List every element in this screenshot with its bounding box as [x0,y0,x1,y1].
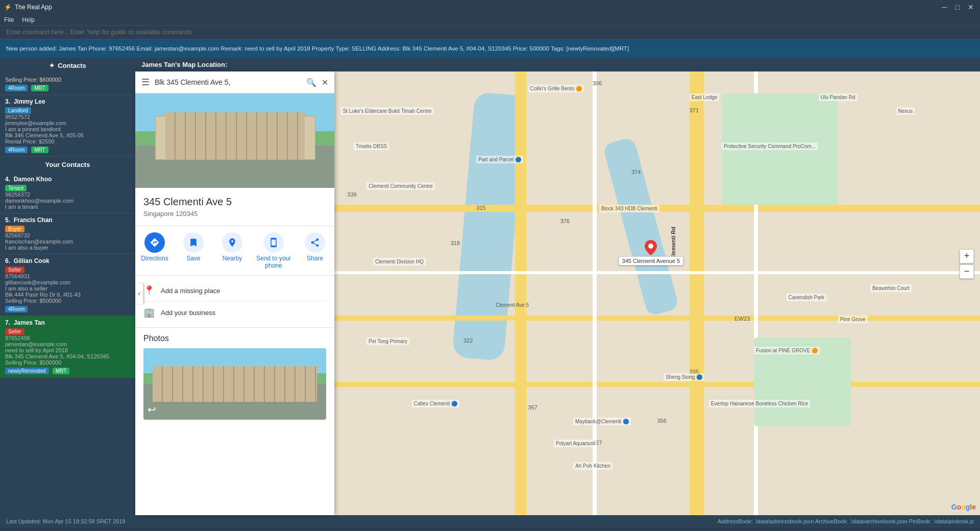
contact-price-gillian: Selling Price: $500000 [5,298,130,304]
contact-item-jimmy[interactable]: 3. Jimmy Lee Landlord 95527572 jimmylee@… [0,95,135,157]
badge-seller-james: Seller [5,328,24,335]
label-nexus: Nexus [896,107,915,115]
menu-file[interactable]: File [4,16,14,23]
contact-phone-francis: 82569732 [5,232,130,238]
tag-mrt-james: MRT [53,368,69,374]
label-318: 318 [451,240,460,246]
map-controls: + − [960,249,974,279]
thin-road-h1 [334,271,980,274]
google-logo: Google [951,503,976,511]
menu-help[interactable]: Help [22,16,35,23]
photos-title: Photos [143,334,326,343]
photos-thumbnail[interactable]: ↩ [143,348,326,420]
contact-item-damon[interactable]: 4. Damon Khoo Tenant 98256372 damonkhoo@… [0,173,135,213]
maps-close-icon[interactable]: ✕ [322,78,328,87]
label-357: 357 [528,404,537,411]
label-sheng-siong: Sheng Siong 🔵 [664,373,704,381]
map-container: ☰ 🔍 ✕ ‹ 345 Clementi Ave 5 Singapore 120… [135,71,980,515]
place-name: 345 Clementi Ave 5 [143,196,326,208]
action-nearby[interactable]: Nearby [217,232,248,269]
tag-4room-gillian: 4Room [5,306,28,312]
contact-name-francis: 5. Francis Chan [5,216,130,224]
collapse-chevron-icon: ‹ [138,290,140,297]
hamburger-icon[interactable]: ☰ [141,77,150,88]
label-clementi-community: Clementi Community Centre [366,182,435,190]
map-marker-clementi: 345 Clementi Avenue 5 [619,240,684,266]
badge-buyer-francis: Buyer [5,226,24,232]
label-hdb-clementi: Block 343 HDB Clementi [599,205,659,212]
label-st-lukes: St Luke's Eldercare Bukit Timah Centre [341,107,434,115]
action-directions[interactable]: Directions [139,232,170,269]
status-right: AddressBook: .\data\addressbook.json Arc… [718,518,974,524]
contact-address-gillian: Blk 444 Pasir Ris Dr 6, #01-43 [5,292,130,298]
maximize-button[interactable]: □ [953,3,962,11]
directions-label: Directions [141,255,168,262]
maps-place-info: 345 Clementi Ave 5 Singapore 120345 [135,188,334,226]
save-icon [183,232,204,253]
maps-extra-actions: 📍 Add a missing place 🏢 Add your busines… [135,276,334,328]
label-part-parcel: Part and Parcel 🔵 [476,156,523,163]
road-h3 [334,382,980,387]
zoom-out-button[interactable]: − [960,264,974,279]
label-306: 306 [593,80,602,86]
maps-search-input[interactable] [155,78,301,86]
photo-arrow-icon[interactable]: ↩ [148,403,156,416]
status-left: Last Updated: Mon Apr 15 18:32:58 SRET 2… [6,518,125,524]
command-area [0,26,980,39]
contact-phone-damon: 98256372 [5,191,130,198]
extra-action-add-business[interactable]: 🏢 Add your business [143,302,326,323]
action-send[interactable]: Send to your phone [256,232,291,269]
map-water-body2 [602,137,679,317]
label-374: 374 [631,169,641,175]
maps-place-photo[interactable] [135,93,334,188]
label-collin-grille: Collin's Grille Bento 🟠 [528,85,584,92]
label-ew23: EW23 [734,316,750,322]
maps-sidebar: ☰ 🔍 ✕ ‹ 345 Clementi Ave 5 Singapore 120… [135,71,334,515]
road-v2 [515,71,526,515]
contact-email-francis: francischan@example.com [5,238,130,245]
extra-action-add-place[interactable]: 📍 Add a missing place [143,280,326,302]
contact-item-francis[interactable]: 5. Francis Chan Buyer 82569732 francisch… [0,213,135,254]
label-ulu-pandan: Ulu Pandan Rd [819,93,857,101]
command-input[interactable] [6,29,974,36]
photo-thumbnail-bg [143,348,326,420]
action-share[interactable]: Share [300,232,330,269]
contact-remark-jimmy: I am a pinned landlord [5,126,130,132]
nearby-icon [222,232,242,253]
titlebar: ⚡ The Real App ─ □ ✕ [0,0,980,14]
add-place-icon: 📍 [143,285,155,296]
title-left: ⚡ The Real App [4,4,52,11]
title-controls: ─ □ ✕ [940,3,976,11]
label-polyart: Polyart Aquarium [554,440,597,447]
add-business-label: Add your business [161,309,215,317]
zoom-in-button[interactable]: + [960,249,974,263]
your-contacts-label: Your Contacts [45,161,90,168]
label-trivelis: Trivelis DBSS [354,142,389,150]
contact-remark-francis: I am also a buyer [5,245,130,251]
map-view[interactable]: 306 371 374 315 318 376 339 322 335 357 … [334,71,980,515]
share-label: Share [307,255,323,262]
menubar: File Help [0,14,980,26]
road-h2 [334,316,980,321]
minimize-button[interactable]: ─ [940,3,949,11]
action-save[interactable]: Save [178,232,209,269]
contact-remark-gillian: I am also a seller [5,285,130,292]
contact-item-gillian[interactable]: 6. Gillian Cook Seller 87564931 gillianc… [0,254,135,316]
contact-item-james[interactable]: 7. James Tan Seller 97652456 jamestan@ex… [0,316,135,378]
label-caltex: Caltex Clementi 🔵 [412,400,459,407]
label-cavendish: Cavendish Park [787,294,827,301]
contact-address-jimmy: Blk 346 Clementi Ave 5, #05-05 [5,132,130,138]
statusbar: Last Updated: Mon Apr 15 18:32:58 SRET 2… [0,515,980,527]
contacts-header-label: Contacts [58,62,86,69]
contact-phone-gillian: 87564931 [5,273,130,279]
contact-rental-jimmy: Rental Price: $2500 [5,138,130,144]
pinned-contact-item[interactable]: Selling Price: $600000 4Room MRT [0,74,135,95]
map-collapse-handle[interactable]: ‹ [135,283,143,304]
label-beaverton: Beaverton Court [870,284,912,292]
maps-search-icon[interactable]: 🔍 [306,78,316,87]
close-button[interactable]: ✕ [966,3,976,11]
contacts-section-header: ✦ Contacts [0,58,135,74]
contact-name-damon: 4. Damon Khoo [5,176,130,183]
map-background: 306 371 374 315 318 376 339 322 335 357 … [334,71,980,515]
label-fusion: Fusion at PINE GROVE 🟠 [754,347,820,354]
